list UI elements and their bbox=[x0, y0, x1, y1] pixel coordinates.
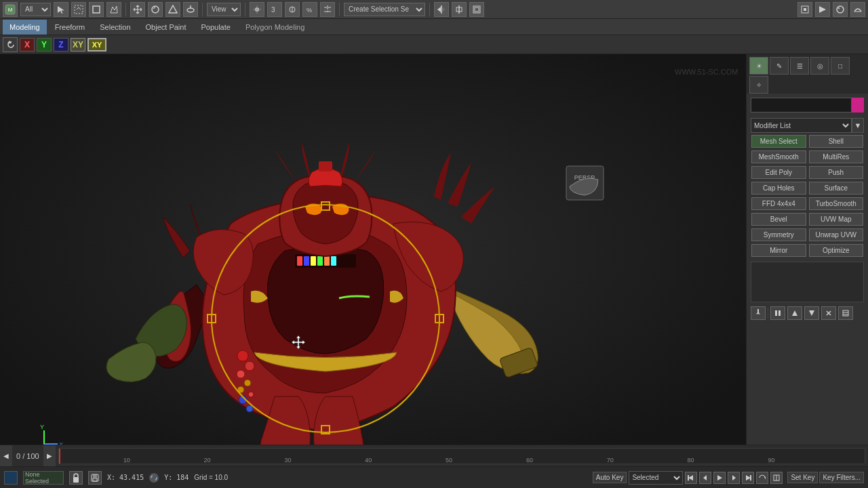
svg-rect-67 bbox=[775, 310, 777, 316]
mod-mesh-select[interactable]: Mesh Select bbox=[751, 135, 806, 148]
mod-turbosmooth[interactable]: TurboSmooth bbox=[809, 197, 864, 210]
svg-rect-25 bbox=[475, 7, 479, 12]
next-frame-btn[interactable] bbox=[728, 472, 740, 484]
mod-pause-btn[interactable] bbox=[770, 306, 785, 320]
menu-freeform[interactable]: Freeform bbox=[48, 20, 92, 35]
panel-tab-display[interactable]: ☀ bbox=[749, 57, 768, 75]
svg-marker-79 bbox=[688, 475, 693, 481]
selected-select[interactable]: Selected bbox=[629, 471, 683, 485]
panel-tab-motion[interactable]: ◎ bbox=[810, 57, 829, 75]
mod-edit-poly[interactable]: Edit Poly bbox=[751, 166, 806, 179]
axis-xy-btn[interactable]: XY bbox=[71, 38, 85, 52]
lock-icon[interactable] bbox=[69, 471, 83, 485]
timeline-prev-btn[interactable]: ◀ bbox=[0, 445, 12, 466]
timeline-next-btn[interactable]: ▶ bbox=[43, 445, 56, 466]
mod-push[interactable]: Push bbox=[809, 166, 864, 179]
key-filters-label[interactable]: Key Filters... bbox=[819, 472, 864, 483]
mod-uvw-map[interactable]: UVW Map bbox=[809, 213, 864, 226]
mod-up-btn[interactable] bbox=[787, 306, 802, 320]
x-coord: X: 43.415 bbox=[107, 474, 144, 481]
region-select-icon[interactable] bbox=[89, 2, 104, 17]
percent-icon[interactable]: % bbox=[302, 2, 317, 17]
pivot-icon[interactable] bbox=[250, 2, 264, 17]
environment-icon[interactable] bbox=[850, 2, 865, 17]
save-icon[interactable] bbox=[88, 471, 102, 485]
material-editor-icon[interactable] bbox=[833, 2, 848, 17]
svg-point-50 bbox=[248, 392, 254, 397]
modifier-section: Modifier List ▼ Mesh Select Shell MeshSm… bbox=[747, 94, 868, 324]
mod-unwrap-uvw[interactable]: Unwrap UVW bbox=[809, 228, 864, 241]
mod-cap-holes[interactable]: Cap Holes bbox=[751, 182, 806, 195]
mode-select[interactable]: All bbox=[20, 3, 51, 16]
layer-icon[interactable] bbox=[469, 2, 484, 17]
menu-object-paint[interactable]: Object Paint bbox=[139, 20, 193, 35]
snap-icon[interactable]: 3 bbox=[267, 2, 282, 17]
spacing-icon[interactable] bbox=[320, 2, 335, 17]
view-select[interactable]: View bbox=[207, 3, 241, 16]
menu-selection[interactable]: Selection bbox=[93, 20, 137, 35]
y-coord: Y: 184 bbox=[164, 474, 189, 481]
render-icon[interactable] bbox=[815, 2, 830, 17]
scale-icon[interactable] bbox=[165, 2, 180, 17]
app-icon[interactable]: M bbox=[3, 2, 18, 17]
modifier-list-select[interactable]: Modifier List bbox=[751, 118, 852, 133]
mod-mirror[interactable]: Mirror bbox=[751, 244, 806, 257]
render-setup-icon[interactable] bbox=[797, 2, 812, 17]
rotate-icon[interactable] bbox=[148, 2, 163, 17]
key-mode-btn[interactable] bbox=[770, 472, 783, 484]
timeline-playhead[interactable] bbox=[59, 449, 60, 464]
lasso-icon[interactable] bbox=[71, 2, 86, 17]
move-icon[interactable] bbox=[130, 2, 145, 17]
snap2-icon[interactable] bbox=[285, 2, 300, 17]
mirror-tool-icon[interactable] bbox=[434, 2, 449, 17]
select-icon[interactable] bbox=[54, 2, 68, 17]
menu-populate[interactable]: Populate bbox=[194, 20, 237, 35]
selection-color-box[interactable] bbox=[4, 471, 18, 485]
loop-btn[interactable] bbox=[756, 472, 768, 484]
mod-shell[interactable]: Shell bbox=[809, 135, 864, 148]
axis-x-btn[interactable]: X bbox=[20, 38, 35, 52]
squash-icon[interactable] bbox=[183, 2, 198, 17]
sep3 bbox=[245, 3, 245, 16]
panel-tab-display2[interactable]: □ bbox=[831, 57, 850, 75]
mod-surface[interactable]: Surface bbox=[809, 182, 864, 195]
prev-frame-btn[interactable] bbox=[699, 472, 711, 484]
axis-y-btn[interactable]: Y bbox=[37, 38, 52, 52]
sep2 bbox=[202, 3, 203, 16]
mod-ffd[interactable]: FFD 4x4x4 bbox=[751, 197, 806, 210]
goto-end-btn[interactable] bbox=[742, 472, 754, 484]
axis-xy-active-btn[interactable]: XY bbox=[87, 38, 106, 52]
mod-symmetry[interactable]: Symmetry bbox=[751, 228, 806, 241]
mod-meshsmooth[interactable]: MeshSmooth bbox=[751, 150, 806, 163]
status-right: Auto Key Selected Set Key Key Filters... bbox=[593, 471, 864, 485]
mod-pin-btn[interactable] bbox=[751, 306, 766, 320]
mod-delete-btn[interactable] bbox=[821, 306, 836, 320]
undo-icon[interactable] bbox=[3, 37, 18, 52]
mod-down-btn[interactable] bbox=[804, 306, 819, 320]
set-key-label[interactable]: Set Key bbox=[787, 472, 818, 483]
viewport[interactable]: [+] [Perspective] [Shaded] bbox=[0, 54, 746, 445]
menu-modeling[interactable]: Modeling bbox=[3, 20, 47, 35]
align-icon[interactable] bbox=[452, 2, 467, 17]
panel-tab-utilities[interactable]: ✧ bbox=[749, 76, 768, 94]
sep4 bbox=[339, 3, 340, 16]
mod-optimize[interactable]: Optimize bbox=[809, 244, 864, 257]
modifier-pink-btn[interactable] bbox=[852, 98, 864, 113]
modifier-list-arrow[interactable]: ▼ bbox=[852, 118, 864, 133]
svg-point-45 bbox=[237, 350, 248, 361]
mod-config-btn[interactable] bbox=[838, 306, 853, 320]
mod-multires[interactable]: MultiRes bbox=[809, 150, 864, 163]
svg-marker-4 bbox=[111, 6, 117, 13]
svg-rect-68 bbox=[778, 310, 781, 316]
mod-bevel[interactable]: Bevel bbox=[751, 213, 806, 226]
panel-tab-modify[interactable]: ✎ bbox=[770, 57, 789, 75]
play-btn[interactable] bbox=[713, 472, 726, 484]
tick-60: 60 bbox=[526, 457, 533, 464]
timeline-track[interactable]: 10 20 30 40 50 60 70 80 90 bbox=[58, 448, 865, 464]
fence-select-icon[interactable] bbox=[106, 2, 121, 17]
modifier-search-input[interactable] bbox=[751, 98, 852, 113]
axis-z-btn[interactable]: Z bbox=[54, 38, 68, 52]
create-selection-select[interactable]: Create Selection Se bbox=[344, 3, 425, 16]
goto-start-btn[interactable] bbox=[685, 472, 697, 484]
panel-tab-hierarchy[interactable]: ☰ bbox=[790, 57, 809, 75]
